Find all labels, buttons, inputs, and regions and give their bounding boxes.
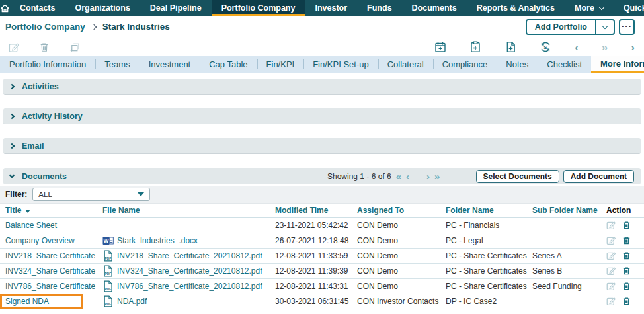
edit-icon[interactable] — [606, 296, 616, 307]
word-file-icon: W — [102, 235, 114, 246]
doc-file-link[interactable]: INV786_Share_Certificate_20210812.pdf — [117, 282, 262, 291]
nav-item-funds[interactable]: Funds — [357, 0, 402, 16]
documents-table-body: Balance Sheet 23-11-2021 05:42:42 CON De… — [0, 217, 644, 309]
tab-fin-kpi-set-up[interactable]: Fin/KPI Set-up — [303, 56, 378, 73]
add-task-icon[interactable] — [469, 41, 481, 53]
edit-icon[interactable] — [8, 41, 20, 53]
tab-cap-table[interactable]: Cap Table — [200, 56, 257, 73]
record-skip-icon[interactable]: » — [602, 42, 608, 53]
chevron-down-icon — [602, 23, 608, 28]
page-actions: Add Portfolio ··· — [526, 19, 639, 35]
home-button[interactable] — [0, 0, 10, 16]
documents-table-header: TitleFile NameModified TimeAssigned ToFo… — [0, 204, 644, 217]
home-icon — [0, 3, 10, 13]
chevron-down-icon — [599, 4, 604, 9]
table-row[interactable]: Signed NDA PDFNDA.pdf 30-03-2021 06:31:4… — [0, 294, 644, 309]
doc-modified-time: 12-08-2021 11:39:39 — [275, 263, 357, 278]
add-event-icon[interactable] — [434, 41, 446, 53]
tab-collateral[interactable]: Collateral — [378, 56, 433, 73]
next-page-icon[interactable]: › — [426, 171, 430, 181]
delete-icon[interactable] — [622, 251, 632, 261]
dropdown-arrow-icon — [138, 192, 144, 196]
section-label: Email — [22, 141, 44, 151]
edit-icon[interactable] — [606, 235, 616, 246]
documents-section-header[interactable]: Documents Showing 1 - 6 of 6 « ‹ › » Sel… — [3, 168, 641, 184]
delete-icon[interactable] — [622, 296, 632, 307]
doc-file-link[interactable]: Stark_Industries_.docx — [117, 236, 198, 245]
table-row[interactable]: Balance Sheet 23-11-2021 05:42:42 CON De… — [0, 217, 644, 233]
more-options-button[interactable]: ··· — [619, 19, 635, 35]
filter-label: Filter: — [5, 190, 27, 199]
select-documents-button[interactable]: Select Documents — [476, 170, 559, 183]
doc-file-link[interactable]: INV218_Share_Certificate_20210812.pdf — [117, 251, 262, 260]
section-email[interactable]: Email — [3, 138, 641, 154]
doc-title-link[interactable]: INV324_Share Certificate — [5, 266, 95, 276]
tab-compliance[interactable]: Compliance — [433, 56, 497, 73]
nav-item-organizations[interactable]: Organizations — [65, 0, 140, 16]
add-portfolio-dropdown-button[interactable] — [595, 20, 614, 34]
doc-title-link[interactable]: INV786_Share Certificate — [5, 282, 95, 291]
sync-icon[interactable]: S — [540, 41, 551, 53]
nav-item-contacts[interactable]: Contacts — [10, 0, 65, 16]
tab-fin-kpi[interactable]: Fin/KPI — [257, 56, 304, 73]
delete-icon[interactable] — [622, 235, 632, 246]
top-nav: ContactsOrganizationsDeal PipelinePortfo… — [0, 0, 644, 16]
delete-icon[interactable] — [622, 266, 632, 276]
nav-item-more[interactable]: More — [565, 0, 614, 16]
prev-page-icon[interactable]: ‹ — [406, 171, 409, 181]
add-portfolio-button[interactable]: Add Portfolio — [527, 20, 595, 34]
doc-title-link[interactable]: INV218_Share Certificate — [5, 251, 95, 260]
nav-item-deal-pipeline[interactable]: Deal Pipeline — [140, 0, 212, 16]
filter-dropdown[interactable]: ALL — [32, 188, 150, 201]
filter-row: Filter: ALL — [0, 186, 644, 204]
nav-item-portfolio-company[interactable]: Portfolio Company — [212, 0, 305, 16]
section-activities[interactable]: Activities — [3, 79, 641, 95]
nav-item-reports-analytics[interactable]: Reports & Analytics — [467, 0, 565, 16]
column-header-folder-name: Folder Name — [446, 204, 532, 217]
tab-investment[interactable]: Investment — [140, 56, 200, 73]
section-activity-history[interactable]: Activity History — [3, 108, 641, 124]
last-page-icon[interactable]: » — [434, 171, 440, 181]
add-document-icon[interactable] — [504, 41, 516, 53]
documents-section-title: Documents — [22, 172, 67, 181]
delete-icon[interactable] — [38, 41, 50, 53]
edit-icon[interactable] — [606, 281, 616, 292]
doc-title-link[interactable]: Signed NDA — [5, 297, 49, 306]
documents-section: Documents Showing 1 - 6 of 6 « ‹ › » Sel… — [0, 168, 644, 309]
tab-portfolio-information[interactable]: Portfolio Information — [0, 56, 95, 73]
table-row[interactable]: INV786_Share Certificate PDFINV786_Share… — [0, 278, 644, 294]
doc-file-link[interactable]: NDA.pdf — [117, 297, 147, 306]
doc-title-cell: Company Overview — [0, 233, 102, 248]
svg-text:PDF: PDF — [105, 303, 112, 306]
breadcrumb-parent[interactable]: Portfolio Company — [5, 22, 85, 32]
edit-icon[interactable] — [606, 266, 616, 276]
tab-checklist[interactable]: Checklist — [538, 56, 591, 73]
doc-subfolder-name — [532, 233, 598, 248]
table-row[interactable]: INV324_Share Certificate PDFINV324_Share… — [0, 263, 644, 278]
doc-title-cell: INV218_Share Certificate — [0, 248, 102, 263]
tab-notes[interactable]: Notes — [497, 56, 538, 73]
delete-icon[interactable] — [622, 281, 632, 292]
doc-title-link[interactable]: Balance Sheet — [5, 221, 57, 230]
table-row[interactable]: INV218_Share Certificate PDFINV218_Share… — [0, 248, 644, 263]
column-header-title[interactable]: Title — [0, 204, 102, 217]
tab-more-information[interactable]: More Information — [591, 56, 644, 73]
edit-icon[interactable] — [606, 220, 616, 231]
breadcrumb: Portfolio Company Stark Industries Add P… — [0, 16, 644, 38]
nav-item-investor[interactable]: Investor — [305, 0, 357, 16]
delete-icon[interactable] — [622, 220, 632, 231]
breadcrumb-current: Stark Industries — [102, 22, 170, 32]
nav-item-documents[interactable]: Documents — [402, 0, 467, 16]
copy-icon[interactable] — [69, 41, 81, 53]
tab-teams[interactable]: Teams — [95, 56, 139, 73]
record-next-icon[interactable]: › — [631, 42, 635, 53]
first-page-icon[interactable]: « — [396, 171, 401, 181]
record-prev-icon[interactable]: ‹ — [575, 42, 579, 53]
table-row[interactable]: Company Overview WStark_Industries_.docx… — [0, 233, 644, 248]
edit-icon[interactable] — [606, 251, 616, 261]
doc-modified-time: 23-11-2021 05:42:42 — [275, 217, 357, 233]
add-document-button[interactable]: Add Document — [563, 170, 634, 183]
doc-file-link[interactable]: INV324_Share_Certificate_20210812.pdf — [117, 266, 262, 276]
nav-item-quick-create[interactable]: Quick Create — [614, 0, 644, 16]
doc-title-link[interactable]: Company Overview — [5, 236, 75, 245]
